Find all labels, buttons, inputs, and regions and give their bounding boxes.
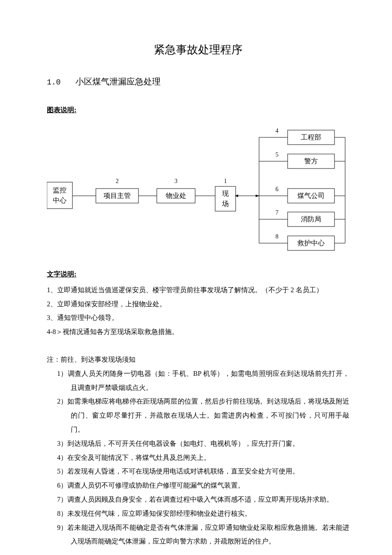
desc-line-1: 1、立即通知就近当值巡逻保安员、楼宇管理员前往事发现场了解情况。（不少于 2 名… <box>47 283 349 297</box>
node-scene: 现 <box>222 190 229 197</box>
node-engineering: 工程部 <box>301 134 321 141</box>
svg-text:6: 6 <box>276 186 279 192</box>
svg-text:场: 场 <box>222 200 229 207</box>
svg-text:4: 4 <box>276 128 279 134</box>
svg-text:3: 3 <box>175 178 178 184</box>
node-property-office: 物业处 <box>166 192 186 199</box>
desc-line-4: 4-8＞视情况通知各方至现场采取救急措施。 <box>47 325 349 339</box>
flow-diagram: 监控 中心 项目主管 2 物业处 3 现 场 1 工程部 4 警方 5 煤气公司 <box>47 122 349 255</box>
note-6: 6）调查人员切不可修理或协助住户修理可能漏气的煤气装置。 <box>47 479 349 493</box>
svg-text:1: 1 <box>224 178 227 184</box>
note-7: 7）调查人员因顾及自身安全，若在调查过程中吸入气体而感不适，应立即离开现场并求助… <box>47 493 349 507</box>
notes-heading: 注：前往、到达事发现场须知 <box>47 353 349 367</box>
text-description: 文字说明: 1、立即通知就近当值巡逻保安员、楼宇管理员前往事发现场了解情况。（不… <box>47 267 349 339</box>
notes-block: 注：前往、到达事发现场须知 1）调查人员关闭随身一切电器（如：手机、BP 机等）… <box>47 353 349 549</box>
note-5: 5）若发现有人昏迷，不可在现场使用电话或对讲机联络，直至安全处方可使用。 <box>47 465 349 479</box>
node-fire-dept: 消防局 <box>301 215 321 223</box>
node-project-supervisor: 项目主管 <box>104 192 131 199</box>
section-heading: 1.0 小区煤气泄漏应急处理 <box>47 73 349 90</box>
note-8: 8）未发现任何气味，应立即通知保安部经理和物业处进行核实。 <box>47 507 349 521</box>
diagram-label: 图表说明: <box>47 103 76 117</box>
node-monitor-center: 监控 <box>53 186 66 194</box>
desc-line-3: 3、通知管理中心领导。 <box>47 311 349 325</box>
note-4: 4）在安全及可能情况下，将煤气灶具及总闸关上。 <box>47 451 349 465</box>
text-label: 文字说明: <box>47 267 76 282</box>
note-2: 2）如需乘电梯应将电梯停在距现场两层的位置，然后步行前往现场。到达现场后，将现场… <box>47 395 349 436</box>
note-3: 3）到达现场后，不可开关任何电器设备（如电灯、电视机等），应先打开门窗。 <box>47 437 349 451</box>
svg-text:8: 8 <box>276 233 279 240</box>
node-gas-company: 煤气公司 <box>297 192 325 199</box>
note-9: 9）若未能进入现场而不能确定是否有气体泄漏，应立即通知物业处采取相应救急措施。若… <box>47 521 349 549</box>
section-text: 小区煤气泄漏应急处理 <box>75 77 161 86</box>
node-police: 警方 <box>304 157 318 165</box>
section-number: 1.0 <box>47 78 61 87</box>
svg-text:2: 2 <box>116 178 119 184</box>
svg-text:中心: 中心 <box>53 197 66 204</box>
page-title: 紧急事故处理程序 <box>47 38 349 61</box>
svg-text:5: 5 <box>276 151 279 158</box>
note-1: 1）调查人员关闭随身一切电器（如：手机、BP 机等），如需电筒照明应在到达现场前… <box>47 367 349 395</box>
desc-line-2: 2、立即通知保安部经理，上报物业处。 <box>47 297 349 311</box>
svg-text:7: 7 <box>276 209 279 216</box>
node-ambulance: 救护中心 <box>297 239 325 247</box>
